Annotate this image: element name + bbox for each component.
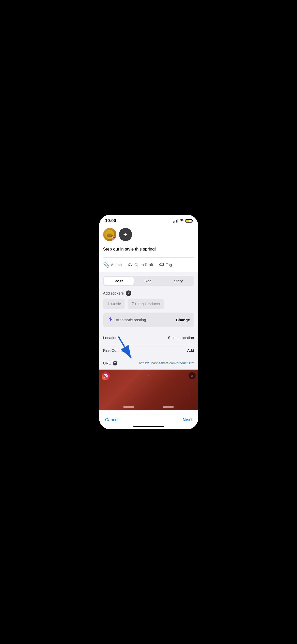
caption-text: Step out in style this spring! <box>103 247 156 252</box>
tag-products-button[interactable]: 🛍 Tag Products <box>128 299 164 309</box>
first-comment-value[interactable]: Add <box>187 348 194 353</box>
open-draft-button[interactable]: 🗂 Open Draft <box>128 262 153 268</box>
media-preview: ✕ <box>99 370 198 410</box>
change-button[interactable]: Change <box>176 318 190 322</box>
tab-post[interactable]: Post <box>104 277 134 285</box>
svg-point-5 <box>114 239 115 240</box>
instagram-profile-badge <box>112 237 116 241</box>
caption-area: Step out in style this spring! <box>99 245 198 257</box>
tag-products-label: Tag Products <box>138 302 160 306</box>
open-draft-label: Open Draft <box>134 262 153 267</box>
stickers-label: Add stickers <box>103 291 124 295</box>
plus-icon: + <box>123 231 127 238</box>
draft-icon: 🗂 <box>128 262 133 268</box>
attach-icon: 📎 <box>103 262 110 268</box>
bottom-nav: Cancel Next <box>99 413 198 425</box>
help-icon[interactable]: ? <box>126 290 131 296</box>
gray-section: Post Reel Story Add stickers ? ♩ Music 🛍 <box>99 272 198 331</box>
location-label: Location <box>103 335 118 340</box>
location-row: Location Select Location <box>103 331 194 344</box>
tag-icon: 🏷 <box>159 262 164 268</box>
tag-button[interactable]: 🏷 Tag <box>159 262 172 268</box>
svg-rect-9 <box>104 374 107 378</box>
svg-point-6 <box>115 238 115 239</box>
signal-icon <box>173 219 178 223</box>
svg-rect-4 <box>113 238 115 240</box>
status-bar: 10:00 ⚡ <box>99 215 198 225</box>
avatar <box>103 228 116 241</box>
wifi-icon <box>179 219 184 223</box>
sticker-buttons: ♩ Music 🛍 Tag Products <box>103 299 194 309</box>
media-instagram-icon <box>102 372 110 380</box>
tab-story[interactable]: Story <box>163 277 193 285</box>
url-value[interactable]: https://lunasneakers.com/product/122 <box>139 361 194 365</box>
url-label: URL <box>103 361 111 365</box>
first-comment-label: First Comment <box>103 348 128 353</box>
scroll-indicators <box>99 406 198 408</box>
attach-label: Attach <box>111 262 122 267</box>
shopping-bag-icon: 🛍 <box>132 301 136 306</box>
status-icons: ⚡ <box>173 219 192 223</box>
media-close-button[interactable]: ✕ <box>189 372 196 379</box>
svg-rect-3 <box>108 235 111 235</box>
url-row: URL ? https://lunasneakers.com/product/1… <box>103 357 194 370</box>
url-help-icon[interactable]: ? <box>113 361 117 365</box>
music-label: Music <box>111 302 121 306</box>
add-content-button[interactable]: + <box>119 228 132 241</box>
toolbar: 📎 Attach 🗂 Open Draft 🏷 Tag <box>99 258 198 272</box>
svg-point-10 <box>105 375 106 377</box>
auto-posting-row: Automatic posting Change <box>103 313 194 327</box>
status-time: 10:00 <box>105 218 116 223</box>
main-content: + Step out in style this spring! 📎 Attac… <box>99 225 198 413</box>
tag-label: Tag <box>166 262 172 267</box>
tab-reel[interactable]: Reel <box>134 277 163 285</box>
next-button[interactable]: Next <box>183 417 192 422</box>
location-value[interactable]: Select Location <box>168 335 194 340</box>
cancel-button[interactable]: Cancel <box>105 417 119 422</box>
auto-posting-icon <box>107 316 113 324</box>
stickers-section: Add stickers ? ♩ Music 🛍 Tag Products <box>103 290 194 309</box>
first-comment-row: First Comment Add <box>103 344 194 357</box>
svg-point-11 <box>106 375 107 375</box>
post-type-tabs: Post Reel Story <box>103 276 194 286</box>
profile-row: + <box>99 225 198 245</box>
home-indicator <box>99 425 198 429</box>
music-button[interactable]: ♩ Music <box>103 299 125 309</box>
battery-icon: ⚡ <box>185 219 192 223</box>
attach-button[interactable]: 📎 Attach <box>103 262 122 268</box>
music-icon: ♩ <box>107 301 109 306</box>
auto-posting-label: Automatic posting <box>116 318 146 322</box>
info-rows: Location Select Location First Comment A… <box>99 331 198 370</box>
